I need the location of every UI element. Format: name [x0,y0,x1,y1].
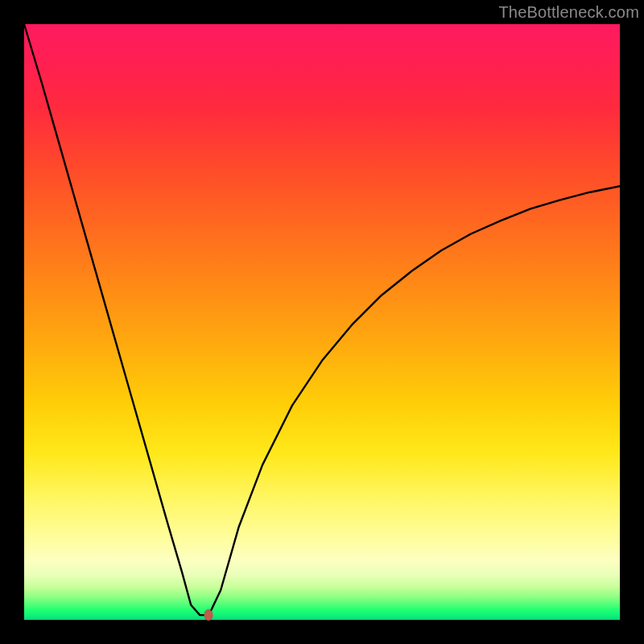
chart-frame: TheBottleneck.com [0,0,644,644]
watermark-text: TheBottleneck.com [498,3,639,22]
bottleneck-curve-path [24,24,620,615]
bottleneck-curve-svg [24,24,620,620]
